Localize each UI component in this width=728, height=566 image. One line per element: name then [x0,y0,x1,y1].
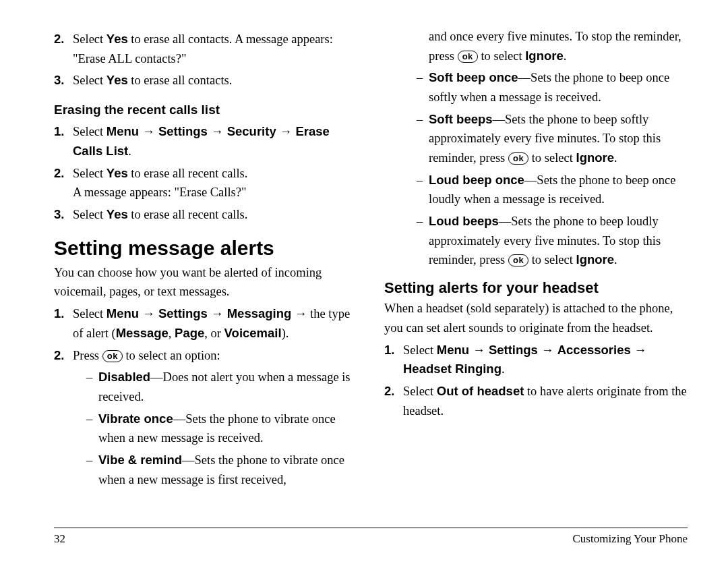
ok-button-icon: ok [102,350,123,362]
list-item: 3. Select Yes to erase all recent calls. [54,205,357,225]
headset-steps: 1. Select Menu → Settings → Accessories … [384,341,688,421]
list-item: 3. Select Yes to erase all contacts. [54,71,357,90]
step-number: 2. [54,30,73,68]
step-number: 3. [54,71,73,90]
list-item: Loud beeps—Sets the phone to beep loudly… [417,212,688,270]
step-text: Select Menu → Settings → Accessories → H… [403,341,688,379]
step-text: Press ok to select an option: Disabled—D… [73,346,357,492]
ok-button-icon: ok [508,254,528,266]
list-item: 1. Select Menu → Settings → Messaging → … [54,304,357,343]
alert-steps: 1. Select Menu → Settings → Messaging → … [54,304,357,492]
ok-button-icon: ok [508,152,528,165]
headset-intro-paragraph: When a headset (sold separately) is atta… [384,299,688,337]
alert-options-left: Disabled—Does not alert you when a messa… [73,368,357,489]
page-footer: 32 Customizing Your Phone [54,528,688,546]
intro-paragraph: You can choose how you want be alerted o… [54,263,357,302]
ok-button-icon: ok [458,51,478,63]
chapter-title: Customizing Your Phone [573,532,688,546]
list-item: 2. Select Out of headset to have alerts … [384,382,688,420]
right-column: and once every five minutes. To stop the… [384,27,688,513]
step-number: 2. [54,346,73,492]
list-item: Soft beep once—Sets the phone to beep on… [417,68,688,107]
list-item: Soft beeps—Sets the phone to beep softly… [417,110,688,168]
two-column-layout: 2. Select Yes to erase all contacts. A m… [54,27,688,513]
page-number: 32 [54,532,65,546]
list-item: Loud beep once—Sets the phone to beep on… [417,171,688,209]
list-item: Vibrate once—Sets the phone to vibrate o… [86,409,357,448]
erase-contacts-steps: 2. Select Yes to erase all contacts. A m… [54,30,357,90]
list-item: 2. Select Yes to erase all recent calls.… [54,164,357,202]
continuation-block: and once every five minutes. To stop the… [384,27,688,65]
step-number: 3. [54,205,73,225]
heading-erasing-recent-calls: Erasing the recent calls list [54,100,357,119]
step-text: Select Menu → Settings → Security → Eras… [73,122,357,161]
list-item: 2. Select Yes to erase all contacts. A m… [54,30,357,68]
list-item: 2. Press ok to select an option: Disable… [54,346,357,492]
step-text: Select Menu → Settings → Messaging → the… [73,304,357,343]
step-number: 2. [54,164,73,202]
step-number: 1. [54,122,73,161]
step-text: Select Yes to erase all contacts. A mess… [73,30,357,68]
step-text: Select Yes to erase all recent calls. [73,205,357,225]
heading-setting-message-alerts: Setting message alerts [54,237,357,259]
step-number: 2. [384,382,403,420]
manual-page: 2. Select Yes to erase all contacts. A m… [0,0,728,566]
alert-options-right: Soft beep once—Sets the phone to beep on… [384,68,688,270]
heading-headset-alerts: Setting alerts for your headset [384,279,688,296]
left-column: 2. Select Yes to erase all contacts. A m… [54,27,357,513]
list-item: Vibe & remind—Sets the phone to vibrate … [86,451,357,489]
step-number: 1. [384,341,403,379]
erase-calls-steps: 1. Select Menu → Settings → Security → E… [54,122,357,224]
step-text: Select Out of headset to have alerts ori… [403,382,688,420]
step-number: 1. [54,304,73,343]
step-text: Select Yes to erase all recent calls. A … [73,164,357,202]
list-item: 1. Select Menu → Settings → Security → E… [54,122,357,161]
list-item: 1. Select Menu → Settings → Accessories … [384,341,688,379]
list-item: Disabled—Does not alert you when a messa… [86,368,357,406]
step-text: Select Yes to erase all contacts. [73,71,357,90]
